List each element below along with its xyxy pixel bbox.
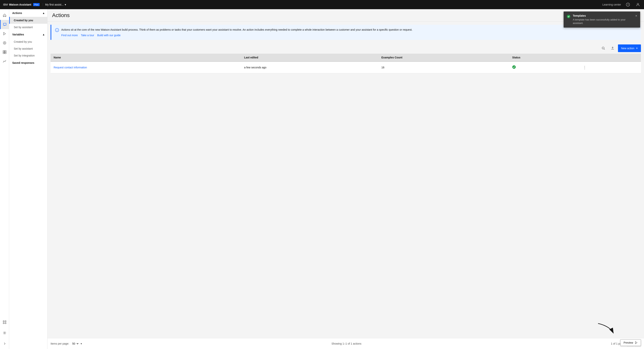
build-with-guide-link[interactable]: Build with our guide [97, 34, 120, 37]
toast-notification: Templates A template has been successful… [564, 12, 640, 28]
search-button[interactable] [600, 45, 607, 52]
sidebar-item-created-by-you[interactable]: Created by you [9, 17, 47, 24]
svg-line-19 [604, 49, 605, 50]
new-action-button[interactable]: New action + [618, 45, 641, 52]
svg-point-21 [567, 15, 570, 18]
sidebar-item-var-set-by-integration[interactable]: Set by integration [9, 52, 47, 59]
sidebar-item-var-set-by-assistant[interactable]: Set by assistant [9, 45, 47, 52]
actions-section-header[interactable]: Actions [9, 9, 47, 17]
svg-text:?: ? [627, 3, 628, 6]
row-examples-count-cell: 16 [378, 62, 509, 73]
row-overflow-menu-button[interactable]: ⋮ [581, 64, 588, 71]
page-title: Actions [52, 12, 70, 19]
actions-table: Name Last edited Examples Count Status R… [50, 54, 641, 73]
items-per-page-label: Items per page: [50, 342, 69, 345]
sidebar-entities[interactable] [0, 48, 9, 57]
col-actions-menu [578, 54, 641, 62]
sidebar-expand[interactable] [0, 339, 9, 348]
svg-point-10 [3, 321, 4, 322]
table-area: New action + Name Last edited Examples C… [48, 43, 644, 338]
find-out-more-link[interactable]: Find out more [61, 34, 78, 37]
assistant-name: My first assist... [45, 3, 64, 6]
toast-close-button[interactable]: × [636, 14, 637, 18]
toast-content: Templates A template has been successful… [573, 14, 632, 25]
info-banner-text: Actions sit at the core of the new Watso… [61, 28, 412, 32]
variables-collapse-icon [43, 33, 44, 36]
assistant-selector[interactable]: My first assist... [45, 3, 66, 6]
sidebar-analytics[interactable] [0, 57, 9, 66]
info-banner: i Actions sit at the core of the new Wat… [50, 25, 641, 40]
preview-play-icon [634, 341, 638, 344]
items-per-page-chevron [80, 342, 82, 345]
sidebar-home[interactable] [0, 11, 9, 20]
svg-point-14 [4, 332, 5, 333]
table-header: Name Last edited Examples Count Status [50, 54, 641, 62]
showing-label: Showing 1–1 of 1 actions [332, 342, 361, 345]
svg-rect-7 [5, 51, 6, 52]
col-last-edited: Last edited [241, 54, 378, 62]
preview-label: Preview [624, 341, 633, 344]
sidebar-settings[interactable] [0, 328, 9, 337]
toast-message: A template has been successfully added t… [573, 18, 632, 25]
new-action-label: New action [621, 47, 634, 50]
items-per-page: Items per page: 50 25 10 [50, 341, 82, 346]
sidebar-analyze[interactable] [0, 38, 9, 48]
svg-point-2 [637, 3, 639, 5]
col-examples-count: Examples Count [378, 54, 509, 62]
row-name-cell: Request contact information [50, 62, 241, 73]
status-active-icon [512, 66, 516, 70]
svg-text:i: i [57, 29, 58, 32]
svg-rect-8 [3, 52, 4, 54]
toast-success-icon [567, 15, 570, 19]
svg-point-20 [512, 65, 516, 69]
brand: IBM Watson Assistant Plus [3, 3, 43, 6]
info-banner-links: Find out more Take a tour Build with our… [61, 34, 412, 37]
sidebar-item-set-by-assistant[interactable]: Set by assistant [9, 24, 47, 31]
upload-icon-button[interactable] [609, 45, 616, 52]
brand-plus-badge: Plus [33, 3, 40, 6]
action-name-link[interactable]: Request contact information [54, 66, 87, 69]
main-header: Actions System is training... [48, 9, 644, 22]
sidebar-chat[interactable] [0, 20, 9, 29]
table-row: Request contact information a few second… [50, 62, 641, 73]
sidebar-item-var-created-by-you[interactable]: Created by you [9, 38, 47, 45]
main-content: Actions System is training... i Actions … [48, 9, 644, 349]
sidebar-publish[interactable] [0, 29, 9, 38]
svg-point-5 [4, 43, 5, 43]
row-status-cell [509, 62, 578, 73]
learning-center-link[interactable]: Learning center [602, 3, 621, 6]
svg-point-13 [5, 322, 6, 324]
actions-collapse-icon [43, 12, 44, 15]
col-status: Status [509, 54, 578, 62]
svg-point-18 [602, 47, 604, 49]
toast-title: Templates [573, 14, 632, 17]
actions-section-label: Actions [12, 12, 22, 15]
sidebar-integrations[interactable] [0, 317, 9, 327]
svg-rect-6 [3, 51, 4, 52]
table-toolbar: New action + [50, 43, 641, 54]
saved-responses-label: Saved responses [12, 61, 34, 64]
info-banner-body: Actions sit at the core of the new Watso… [61, 28, 412, 37]
svg-rect-9 [5, 52, 6, 54]
variables-section-header[interactable]: Variables [9, 31, 47, 38]
left-nav: Actions Created by you Set by assistant … [9, 9, 48, 349]
table-body: Request contact information a few second… [50, 62, 641, 73]
items-per-page-select[interactable]: 50 25 10 [71, 341, 79, 346]
saved-responses-header[interactable]: Saved responses [9, 59, 47, 67]
col-name: Name [50, 54, 241, 62]
table-footer: Items per page: 50 25 10 Showing 1–1 of … [48, 338, 644, 349]
row-last-edited-cell: a few seconds ago [241, 62, 378, 73]
help-icon[interactable]: ? [625, 2, 631, 8]
svg-point-11 [5, 321, 6, 322]
row-menu-cell: ⋮ [578, 62, 641, 73]
info-icon: i [55, 28, 59, 33]
preview-button[interactable]: Preview [620, 339, 641, 346]
brand-ibm: IBM [3, 3, 8, 6]
actions-section: Actions Created by you Set by assistant [9, 9, 47, 31]
user-profile-icon[interactable] [635, 2, 641, 8]
svg-marker-23 [636, 341, 637, 344]
variables-section: Variables Created by you Set by assistan… [9, 31, 47, 59]
take-a-tour-link[interactable]: Take a tour [81, 34, 94, 37]
svg-marker-3 [4, 32, 6, 35]
new-action-plus-icon: + [636, 46, 638, 50]
